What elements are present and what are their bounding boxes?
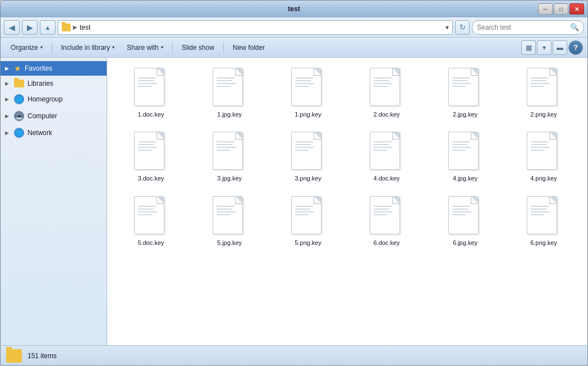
file-name-label: 6.jpg.key	[453, 239, 477, 247]
file-icon	[370, 132, 403, 172]
file-name-label: 6.png.key	[530, 239, 557, 247]
path-folder-icon	[62, 24, 71, 31]
file-icon	[448, 68, 482, 108]
file-name-label: 1.png.key	[295, 110, 321, 118]
minimize-button[interactable]: ─	[538, 3, 553, 15]
computer-label: Computer	[27, 112, 57, 120]
list-item[interactable]: 1.doc.key	[114, 64, 188, 122]
maximize-button[interactable]: □	[554, 3, 568, 15]
window-title: test	[5, 5, 583, 13]
list-item[interactable]: 5.jpg.key	[192, 193, 267, 250]
list-item[interactable]: 2.doc.key	[350, 64, 424, 122]
file-icon	[213, 132, 246, 172]
status-item-count: 151 items	[27, 352, 57, 360]
file-icon	[134, 68, 168, 108]
file-icon	[291, 132, 325, 172]
file-icon	[527, 68, 561, 108]
favorites-star-icon: ★	[14, 64, 21, 73]
file-name-label: 4.png.key	[530, 174, 557, 182]
list-item[interactable]: 4.jpg.key	[428, 128, 502, 186]
address-path[interactable]: ▶ test ▾	[58, 20, 453, 35]
list-item[interactable]: 6.png.key	[507, 193, 581, 250]
sidebar: ▶ ★ Favorites ▶ Libraries ▶ 🌐 Homegroup	[1, 58, 107, 345]
close-button[interactable]: ✕	[569, 3, 584, 15]
file-name-label: 1.doc.key	[137, 110, 164, 118]
sidebar-section-computer: ▶ 💻 Computer	[1, 108, 107, 124]
list-item[interactable]: 5.doc.key	[114, 193, 188, 250]
file-icon	[291, 68, 325, 108]
file-icon	[370, 196, 403, 237]
sidebar-item-computer[interactable]: ▶ 💻 Computer	[1, 108, 107, 124]
file-icon	[213, 196, 246, 237]
list-item[interactable]: 4.doc.key	[350, 128, 424, 186]
file-area[interactable]: 1.doc.key1.jpg.key1.png.key2.doc.key2.jp…	[107, 58, 587, 345]
list-item[interactable]: 3.jpg.key	[192, 128, 267, 186]
list-item[interactable]: 6.jpg.key	[428, 193, 502, 250]
window-controls: ─ □ ✕	[538, 3, 584, 15]
file-icon	[291, 196, 325, 237]
up-button[interactable]: ▲	[40, 20, 56, 35]
list-item[interactable]: 2.jpg.key	[428, 64, 502, 122]
file-name-label: 3.jpg.key	[217, 174, 242, 182]
toolbar-separator-2	[172, 42, 173, 53]
sidebar-item-favorites[interactable]: ▶ ★ Favorites	[1, 61, 107, 76]
refresh-button[interactable]: ↻	[455, 20, 470, 35]
help-button[interactable]: ?	[568, 40, 583, 55]
main-content: ▶ ★ Favorites ▶ Libraries ▶ 🌐 Homegroup	[1, 58, 587, 345]
list-item[interactable]: 1.jpg.key	[192, 64, 267, 122]
new-folder-button[interactable]: New folder	[227, 40, 270, 55]
file-icon	[213, 68, 246, 108]
forward-button[interactable]: ▶	[22, 20, 38, 35]
file-icon	[527, 196, 561, 237]
list-item[interactable]: 3.doc.key	[114, 128, 188, 186]
organize-button[interactable]: Organize ▾	[5, 40, 48, 55]
sidebar-section-homegroup: ▶ 🌐 Homegroup	[1, 91, 107, 107]
network-expand-icon: ▶	[5, 130, 11, 136]
status-folder-icon	[6, 349, 22, 363]
organize-label: Organize	[11, 44, 38, 52]
statusbar: 151 items	[1, 345, 587, 365]
libraries-expand-icon: ▶	[5, 81, 11, 86]
file-name-label: 3.png.key	[295, 174, 321, 182]
favorites-label: Favorites	[25, 64, 52, 72]
search-icon: 🔍	[570, 23, 579, 31]
list-item[interactable]: 6.doc.key	[350, 193, 424, 250]
network-globe-icon: 🌐	[14, 128, 24, 138]
sidebar-section-network: ▶ 🌐 Network	[1, 125, 107, 141]
view-buttons: ▦ ▾ ▬ ?	[521, 40, 583, 55]
file-grid: 1.doc.key1.jpg.key1.png.key2.doc.key2.jp…	[112, 62, 583, 252]
file-name-label: 2.jpg.key	[453, 110, 477, 118]
back-button[interactable]: ◀	[4, 20, 20, 35]
list-item[interactable]: 2.png.key	[507, 64, 581, 122]
share-with-button[interactable]: Share with ▾	[121, 40, 169, 55]
file-icon	[527, 132, 561, 172]
list-item[interactable]: 1.png.key	[271, 64, 345, 122]
include-library-label: Include in library	[61, 44, 110, 52]
list-item[interactable]: 4.png.key	[507, 128, 581, 186]
sidebar-section-libraries: ▶ Libraries	[1, 77, 107, 90]
file-name-label: 2.png.key	[530, 110, 557, 118]
homegroup-expand-icon: ▶	[5, 96, 11, 102]
list-item[interactable]: 5.png.key	[271, 193, 345, 250]
preview-pane-button[interactable]: ▬	[553, 40, 567, 55]
sidebar-item-homegroup[interactable]: ▶ 🌐 Homegroup	[1, 91, 107, 107]
path-dropdown-arrow[interactable]: ▾	[445, 24, 449, 31]
view-mode-button[interactable]: ▦	[521, 40, 536, 55]
homegroup-globe-icon: 🌐	[14, 94, 24, 104]
slideshow-button[interactable]: Slide show	[176, 40, 220, 55]
list-item[interactable]: 3.png.key	[271, 128, 345, 186]
computer-icon: 💻	[14, 111, 24, 121]
include-library-button[interactable]: Include in library ▾	[56, 40, 120, 55]
view-dropdown-button[interactable]: ▾	[537, 40, 552, 55]
toolbar-separator-3	[223, 42, 224, 53]
toolbar-separator-1	[52, 42, 52, 53]
search-box[interactable]: 🔍	[472, 20, 584, 35]
file-name-label: 4.jpg.key	[453, 174, 477, 182]
new-folder-label: New folder	[233, 44, 265, 52]
titlebar: test ─ □ ✕	[1, 1, 587, 17]
sidebar-item-network[interactable]: ▶ 🌐 Network	[1, 125, 107, 141]
search-input[interactable]	[477, 24, 568, 31]
slideshow-label: Slide show	[182, 44, 214, 52]
toolbar: Organize ▾ Include in library ▾ Share wi…	[1, 38, 587, 58]
sidebar-item-libraries[interactable]: ▶ Libraries	[1, 77, 107, 90]
